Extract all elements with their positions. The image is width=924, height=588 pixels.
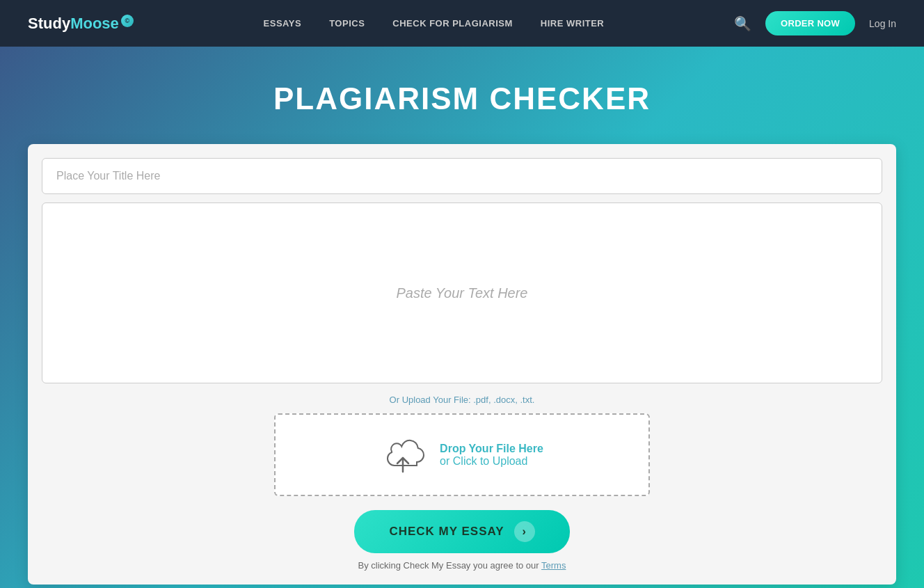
nav-hire[interactable]: HIRE WRITER bbox=[541, 18, 604, 29]
arrow-icon: › bbox=[514, 521, 535, 542]
logo-text: StudyMoose bbox=[28, 15, 119, 33]
text-area-wrapper[interactable]: Paste Your Text Here bbox=[42, 202, 882, 383]
hero-section: PLAGIARISM CHECKER Paste Your Text Here … bbox=[0, 47, 924, 588]
nav-plagiarism[interactable]: CHECK FOR PLAGIARISM bbox=[392, 18, 513, 29]
header-right: 🔍 ORDER NOW Log In bbox=[734, 11, 896, 35]
logo[interactable]: StudyMoose bbox=[28, 15, 134, 33]
check-btn-wrapper: CHECK MY ESSAY › bbox=[42, 510, 882, 553]
login-link[interactable]: Log In bbox=[869, 18, 896, 29]
essay-textarea[interactable] bbox=[42, 203, 882, 383]
main-nav: ESSAYS TOPICS CHECK FOR PLAGIARISM HIRE … bbox=[264, 18, 605, 29]
terms-link[interactable]: Terms bbox=[541, 560, 566, 571]
order-now-button[interactable]: ORDER NOW bbox=[765, 11, 855, 35]
upload-label: Or Upload Your File: .pdf, .docx, .txt. bbox=[42, 395, 882, 405]
nav-essays[interactable]: ESSAYS bbox=[264, 18, 302, 29]
search-icon[interactable]: 🔍 bbox=[734, 15, 751, 32]
page-title: PLAGIARISM CHECKER bbox=[273, 81, 651, 116]
title-input[interactable] bbox=[42, 158, 882, 194]
drop-text: Drop Your File Here or Click to Upload bbox=[440, 443, 543, 468]
drop-main-text: Drop Your File Here bbox=[440, 443, 543, 455]
drop-sub-text: or Click to Upload bbox=[440, 455, 543, 468]
drop-zone[interactable]: Drop Your File Here or Click to Upload bbox=[274, 413, 650, 496]
nav-topics[interactable]: TOPICS bbox=[329, 18, 365, 29]
check-essay-button[interactable]: CHECK MY ESSAY › bbox=[354, 510, 569, 553]
terms-prefix: By clicking Check My Essay you agree to … bbox=[358, 560, 539, 571]
main-card: Paste Your Text Here Or Upload Your File… bbox=[28, 144, 896, 585]
terms-text: By clicking Check My Essay you agree to … bbox=[42, 560, 882, 571]
header: StudyMoose ESSAYS TOPICS CHECK FOR PLAGI… bbox=[0, 0, 924, 47]
check-btn-label: CHECK MY ESSAY bbox=[389, 525, 504, 539]
logo-copyright-icon bbox=[121, 15, 134, 27]
cloud-upload-icon bbox=[381, 436, 426, 474]
